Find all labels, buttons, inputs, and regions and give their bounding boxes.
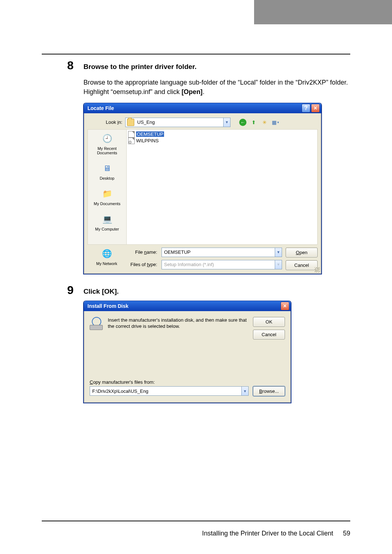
step-body-a: Browse to the appropriate language sub-f…	[83, 79, 348, 95]
footer-page: 59	[343, 530, 350, 537]
step-title: Click [OK].	[83, 287, 350, 296]
step-title: Browse to the printer driver folder.	[83, 62, 350, 71]
filename-label: File name:	[130, 249, 157, 255]
disk-icon	[90, 317, 103, 330]
cancel-button[interactable]: Cancel	[253, 330, 285, 339]
install-from-disk-dialog: Install From Disk × Insert the manufactu…	[83, 301, 291, 403]
dialog-message: Insert the manufacturer's installation d…	[108, 317, 248, 339]
window-title: Install From Disk	[87, 301, 280, 311]
file-item[interactable]: ⚙ WILPPINS	[128, 138, 316, 144]
chevron-down-icon[interactable]: ▼	[241, 387, 248, 395]
chevron-down-icon: ▼	[275, 260, 282, 269]
window-title: Locate File	[87, 103, 301, 113]
views-icon[interactable]: ▦▾	[272, 119, 279, 126]
filetype-combo: ▼	[162, 260, 282, 269]
path-input[interactable]	[90, 387, 241, 395]
step-body-bold: [Open]	[181, 88, 203, 95]
place-desktop[interactable]: 🖥 Desktop	[88, 162, 126, 180]
titlebar[interactable]: Install From Disk ×	[84, 301, 291, 311]
step-9: 9 Click [OK]. Install From Disk × Insert…	[83, 287, 350, 403]
place-label: My Documents	[94, 201, 120, 206]
place-recent[interactable]: 🕘 My Recent Documents	[88, 133, 126, 155]
step-body-c: .	[203, 88, 204, 95]
place-label: My Computer	[95, 227, 119, 231]
place-mynet[interactable]: 🌐 My Network	[87, 248, 126, 266]
places-bar: 🕘 My Recent Documents 🖥 Desktop 📁 My Do	[87, 129, 127, 245]
lookin-combo[interactable]: US_Eng ▼	[125, 118, 230, 127]
filename-input[interactable]	[162, 248, 275, 257]
up-one-level-icon[interactable]: ⬆	[250, 119, 257, 126]
locate-file-dialog: Locate File ? × Look in: US_Eng	[83, 103, 322, 274]
lookin-label: Look in:	[87, 119, 122, 125]
network-icon: 🌐	[101, 248, 113, 260]
computer-icon: 💻	[101, 213, 113, 225]
rule-bottom	[42, 521, 350, 521]
titlebar[interactable]: Locate File ? ×	[84, 103, 321, 113]
copy-from-label: Copy manufacturer's files from:	[90, 379, 285, 385]
place-mydocs[interactable]: 📁 My Documents	[88, 188, 126, 206]
folder-icon	[127, 119, 134, 126]
path-combo[interactable]: ▼	[90, 386, 249, 396]
lookin-value: US_Eng	[136, 119, 223, 125]
file-list[interactable]: OEMSETUP ⚙ WILPPINS	[127, 129, 318, 245]
step-8: 8 Browse to the printer driver folder. B…	[83, 62, 350, 274]
step-number: 9	[67, 284, 74, 296]
inf-file-icon: ⚙	[128, 138, 135, 144]
step-body: Browse to the appropriate language sub-f…	[83, 78, 350, 97]
toolbar: ← ⬆ ✳ ▦▾	[239, 119, 279, 126]
lookin-row: Look in: US_Eng ▼ ← ⬆ ✳ ▦▾	[87, 118, 318, 127]
close-button[interactable]: ×	[311, 104, 320, 113]
resize-grip-icon[interactable]	[315, 267, 320, 272]
documents-icon: 📁	[101, 188, 113, 200]
place-label: Desktop	[100, 176, 114, 180]
close-button[interactable]: ×	[281, 302, 289, 310]
page-footer: Installing the Printer Driver to the Loc…	[0, 530, 350, 537]
chevron-down-icon[interactable]: ▼	[223, 118, 230, 127]
header-bar	[0, 0, 392, 24]
place-label: My Network	[96, 261, 117, 266]
recent-icon: 🕘	[101, 133, 113, 145]
browse-button[interactable]: Browse...	[253, 386, 285, 396]
open-button[interactable]: Open	[286, 248, 318, 257]
back-icon[interactable]: ←	[239, 119, 246, 126]
filetype-label: Files of type:	[130, 262, 157, 267]
new-folder-icon[interactable]: ✳	[261, 119, 268, 126]
inf-file-icon	[128, 131, 135, 138]
filename-combo[interactable]: ▼	[162, 248, 282, 257]
rule-top	[42, 54, 350, 54]
place-mycomp[interactable]: 💻 My Computer	[88, 213, 126, 231]
file-item-selected[interactable]: OEMSETUP	[128, 131, 316, 138]
step-number: 8	[67, 60, 74, 71]
footer-section: Installing the Printer Driver to the Loc…	[202, 530, 333, 537]
cancel-button[interactable]: Cancel	[286, 260, 318, 270]
help-button[interactable]: ?	[302, 104, 310, 113]
chevron-down-icon[interactable]: ▼	[275, 248, 282, 257]
place-label: My Recent Documents	[88, 146, 126, 155]
filetype-input	[162, 260, 275, 269]
ok-button[interactable]: OK	[253, 317, 285, 327]
desktop-icon: 🖥	[101, 162, 113, 175]
